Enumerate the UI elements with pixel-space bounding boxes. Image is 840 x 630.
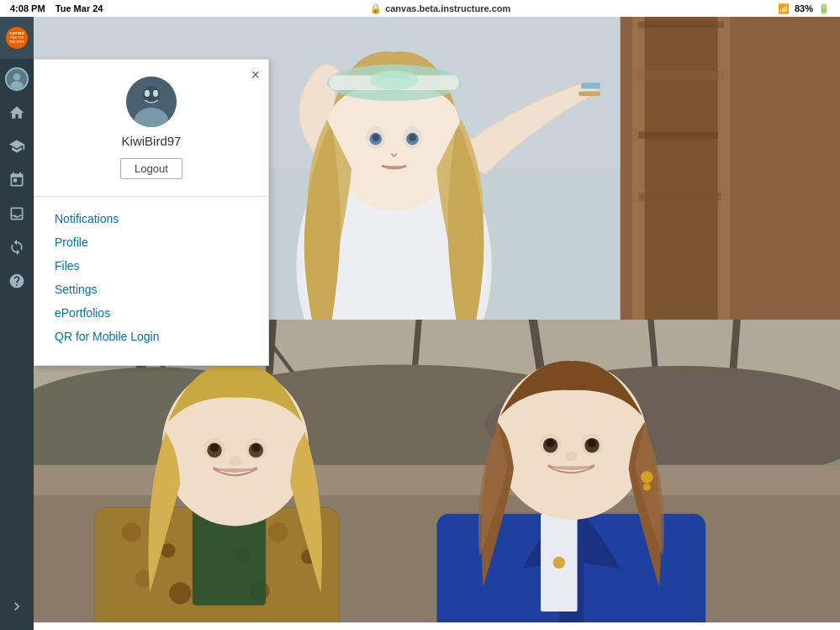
svg-rect-20 [638,131,717,139]
svg-rect-18 [638,22,724,28]
svg-point-88 [565,452,578,462]
svg-point-37 [372,134,379,141]
svg-rect-19 [638,71,724,81]
courses-icon [8,138,25,155]
svg-rect-32 [578,91,600,96]
svg-point-38 [409,134,416,141]
files-link[interactable]: Files [34,254,268,278]
svg-rect-16 [645,17,718,320]
svg-point-75 [251,443,260,452]
status-url: 🔒 canvas.beta.instructure.com [370,3,510,14]
status-indicators: 📶 83% 🔋 [778,3,830,14]
sidebar-collapse-button[interactable] [0,590,34,623]
svg-point-30 [370,71,419,90]
sidebar-item-transfer[interactable] [0,230,34,264]
wifi-icon: 📶 [778,3,790,14]
svg-point-76 [229,457,241,467]
status-bar: 4:08 PM Tue Mar 24 🔒 canvas.beta.instruc… [0,0,840,17]
svg-point-74 [210,443,219,452]
svg-point-86 [547,438,555,447]
home-icon [8,104,25,121]
sidebar-item-dashboard[interactable] [0,96,34,130]
user-avatar-button[interactable] [0,62,34,96]
collapse-icon [8,598,25,615]
settings-link[interactable]: Settings [34,278,268,301]
dropdown-user-section: KiwiBird97 Logout [34,60,268,193]
sidebar: CANVAS FREE FOR TEACHERS [0,17,34,630]
dropdown-username: KiwiBird97 [122,134,182,148]
svg-point-12 [153,90,158,97]
svg-point-5 [13,73,21,81]
dropdown-close-button[interactable]: × [251,66,260,84]
sidebar-item-help[interactable] [0,264,34,298]
help-icon [8,273,25,289]
calendar-icon [8,172,25,188]
svg-point-65 [169,582,191,604]
svg-point-87 [588,438,596,447]
sidebar-item-inbox[interactable] [0,197,34,230]
qr-login-link[interactable]: QR for Mobile Login [34,325,268,348]
dropdown-avatar [126,77,177,127]
svg-text:CANVAS: CANVAS [9,31,24,35]
profile-link[interactable]: Profile [34,230,268,254]
svg-point-80 [553,557,566,569]
svg-rect-21 [638,193,721,201]
inbox-icon [8,205,25,222]
logout-button[interactable]: Logout [120,158,182,179]
svg-point-11 [145,90,150,97]
svg-point-90 [643,484,651,491]
notifications-link[interactable]: Notifications [34,207,268,230]
sidebar-item-calendar[interactable] [0,163,34,197]
svg-rect-31 [581,82,600,88]
app-container: CANVAS FREE FOR TEACHERS [0,17,840,630]
battery-level: 83% [795,3,813,13]
sidebar-item-courses[interactable] [0,130,34,163]
svg-point-62 [268,522,288,542]
status-time: 4:08 PM Tue Mar 24 [10,3,103,13]
avatar [5,67,29,91]
svg-text:TEACHERS: TEACHERS [9,40,25,44]
user-dropdown-panel: × KiwiBird97 Logout Notifications [34,59,269,366]
canvas-logo[interactable]: CANVAS FREE FOR TEACHERS [0,17,34,59]
svg-point-58 [122,522,141,542]
canvas-logo-svg: CANVAS FREE FOR TEACHERS [4,26,29,50]
svg-point-89 [641,471,653,484]
eportfolios-link[interactable]: ePortfolios [34,301,268,325]
svg-point-10 [142,86,161,104]
transfer-icon [8,239,25,256]
dropdown-divider [34,196,268,197]
svg-text:FREE FOR: FREE FOR [10,36,24,40]
battery-icon: 🔋 [818,3,830,14]
dropdown-navigation: Notifications Profile Files Settings ePo… [34,200,268,355]
